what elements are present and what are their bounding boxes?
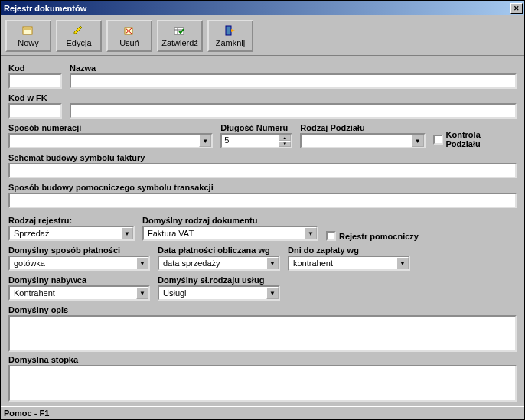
domyslny-sposob-plat-combo[interactable]: gotówka ▼ bbox=[8, 256, 150, 271]
checkbox-box bbox=[326, 231, 336, 241]
spinner-up-icon[interactable]: ▲ bbox=[279, 135, 291, 141]
chevron-down-icon: ▼ bbox=[305, 227, 317, 239]
svg-marker-2 bbox=[74, 26, 82, 34]
close-button[interactable]: ✕ bbox=[510, 3, 523, 14]
zatwierdz-button[interactable]: Zatwierdź bbox=[157, 20, 203, 52]
rodzaj-podzialu-combo[interactable]: ▼ bbox=[300, 133, 425, 148]
rodzaj-podzialu-label: Rodzaj Podziału bbox=[300, 123, 425, 132]
window-title: Rejestr dokumentów bbox=[4, 4, 510, 13]
chevron-down-icon: ▼ bbox=[199, 135, 211, 147]
domyslny-rodzaj-dok-combo[interactable]: Faktura VAT ▼ bbox=[142, 226, 318, 241]
chevron-down-icon: ▼ bbox=[396, 257, 409, 269]
nazwa-label: Nazwa bbox=[70, 63, 517, 73]
svg-rect-0 bbox=[23, 27, 32, 34]
kod-fk-label: Kod w FK bbox=[8, 93, 62, 103]
nazwa-input[interactable] bbox=[70, 73, 517, 89]
kod-input[interactable] bbox=[8, 73, 62, 89]
chevron-down-icon: ▼ bbox=[266, 257, 279, 269]
checkbox-box bbox=[433, 135, 443, 145]
dni-do-zaplaty-label: Dni do zapłaty wg bbox=[288, 246, 410, 255]
sposob-symbolu-trans-input[interactable] bbox=[8, 193, 517, 208]
domyslny-sl-rodzaju-combo[interactable]: Usługi ▼ bbox=[158, 285, 280, 301]
domyslna-stopka-label: Domyślna stopka bbox=[8, 355, 517, 364]
form-body: Kod Nazwa Kod w FK Sposób numeracji bbox=[1, 56, 524, 406]
sposob-symbolu-trans-label: Sposób budowy pomocniczego symbolu trans… bbox=[8, 183, 517, 192]
domyslna-stopka-textarea[interactable] bbox=[8, 365, 517, 402]
sposob-numeracji-label: Sposób numeracji bbox=[8, 123, 213, 132]
status-bar: Pomoc - F1 bbox=[1, 406, 524, 419]
schemat-symbolu-label: Schemat budowy symbolu faktury bbox=[8, 153, 517, 162]
titlebar: Rejestr dokumentów ✕ bbox=[1, 1, 524, 15]
schemat-symbolu-input[interactable] bbox=[8, 163, 517, 178]
chevron-down-icon: ▼ bbox=[136, 257, 148, 269]
kod-fk-opis-label bbox=[70, 93, 517, 103]
svg-marker-10 bbox=[231, 29, 235, 32]
svg-rect-9 bbox=[226, 26, 231, 35]
window: Rejestr dokumentów ✕ Nowy Edycja Usuń bbox=[0, 0, 525, 420]
confirm-icon bbox=[173, 24, 187, 37]
chevron-down-icon: ▼ bbox=[412, 135, 424, 147]
edycja-button[interactable]: Edycja bbox=[56, 20, 102, 52]
rejestr-pomocniczy-checkbox[interactable]: Rejestr pomocniczy bbox=[326, 231, 419, 241]
dni-do-zaplaty-combo[interactable]: kontrahent ▼ bbox=[288, 256, 410, 271]
chevron-down-icon: ▼ bbox=[136, 287, 148, 299]
toolbar: Nowy Edycja Usuń Zatwierdź Zamknij bbox=[1, 15, 524, 56]
domyslny-sl-rodzaju-label: Domyślny sł.rodzaju usług bbox=[158, 275, 280, 285]
kod-label: Kod bbox=[8, 63, 62, 73]
kontrola-podzialu-label: Kontrola Podziału bbox=[446, 130, 517, 148]
domyslny-nabywca-combo[interactable]: Kontrahent ▼ bbox=[8, 285, 150, 301]
kod-fk-opis-input[interactable] bbox=[70, 103, 517, 119]
rodzaj-rejestru-combo[interactable]: Sprzedaż ▼ bbox=[8, 226, 135, 241]
rodzaj-rejestru-label: Rodzaj rejestru: bbox=[8, 216, 135, 225]
dlugosc-numeru-spinner[interactable]: 5 ▲ ▼ bbox=[220, 133, 292, 148]
edit-icon bbox=[72, 24, 86, 37]
dlugosc-numeru-label: Długość Numeru bbox=[220, 123, 292, 132]
domyslny-sposob-plat-label: Domyślny sposób płatności bbox=[8, 246, 150, 255]
close-icon: ✕ bbox=[514, 5, 520, 12]
new-icon bbox=[21, 24, 35, 37]
domyslny-rodzaj-dok-label: Domyślny rodzaj dokumentu bbox=[142, 216, 318, 225]
nowy-button[interactable]: Nowy bbox=[5, 20, 51, 52]
chevron-down-icon: ▼ bbox=[121, 227, 133, 239]
data-platnosci-combo[interactable]: data sprzedaży ▼ bbox=[158, 256, 280, 271]
domyslny-nabywca-label: Domyślny nabywca bbox=[8, 275, 150, 285]
delete-icon bbox=[122, 24, 136, 37]
help-hint: Pomoc - F1 bbox=[4, 409, 49, 418]
kod-fk-input[interactable] bbox=[8, 103, 62, 119]
kontrola-podzialu-checkbox[interactable]: Kontrola Podziału bbox=[433, 130, 517, 148]
domyslny-opis-label: Domyślny opis bbox=[8, 305, 517, 314]
spinner-down-icon[interactable]: ▼ bbox=[279, 141, 291, 147]
usun-button[interactable]: Usuń bbox=[106, 20, 152, 52]
exit-icon bbox=[223, 24, 237, 37]
chevron-down-icon: ▼ bbox=[266, 287, 279, 299]
sposob-numeracji-combo[interactable]: ▼ bbox=[8, 133, 213, 148]
rejestr-pomocniczy-label: Rejestr pomocniczy bbox=[339, 232, 419, 241]
domyslny-opis-textarea[interactable] bbox=[8, 315, 517, 352]
data-platnosci-label: Data płatności obliczana wg bbox=[158, 246, 280, 255]
zamknij-button[interactable]: Zamknij bbox=[207, 20, 253, 52]
